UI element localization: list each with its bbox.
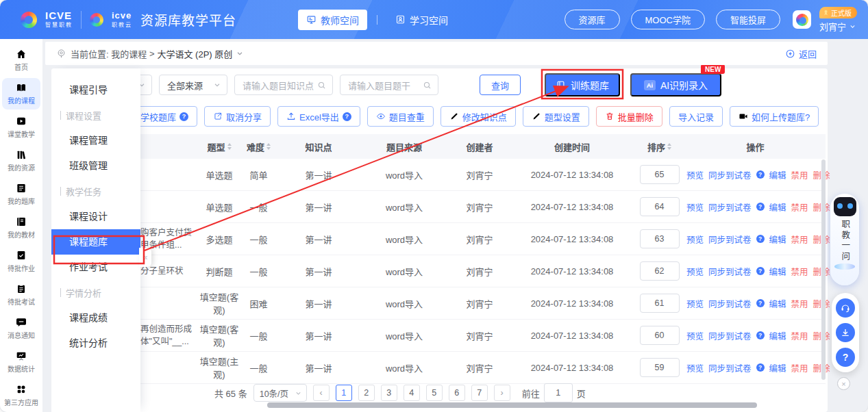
help-icon[interactable]: ?: [179, 112, 188, 121]
order-input[interactable]: 59: [640, 358, 680, 377]
page-button-5[interactable]: 5: [426, 385, 443, 401]
sidebar-item-2[interactable]: 课堂教学: [2, 112, 40, 143]
breadcrumb-course[interactable]: 大学语文 (2P) 原创: [157, 47, 232, 60]
support-button[interactable]: [836, 298, 855, 318]
sidebar-item-4[interactable]: 我的题库: [2, 179, 40, 210]
help-icon[interactable]: ?: [343, 112, 351, 121]
column-header-1[interactable]: 难度: [240, 140, 277, 153]
course-menu-item-2[interactable]: 课程管理: [51, 128, 140, 153]
action-预览[interactable]: 预览: [686, 297, 704, 310]
course-menu-item-3[interactable]: 班级管理: [51, 153, 140, 179]
course-menu-item-6[interactable]: 课程题库: [51, 229, 140, 255]
sidebar-item-10[interactable]: 第三方应用: [2, 380, 40, 411]
toolbar-button-8[interactable]: 如何上传题库?: [730, 106, 819, 127]
knowledge-search-input[interactable]: 请输入题目知识点: [234, 75, 333, 95]
search-button[interactable]: 查询: [480, 75, 521, 95]
page-button-7[interactable]: 7: [471, 385, 488, 401]
action-同步到试卷[interactable]: 同步到试卷: [708, 168, 752, 181]
header-link-2[interactable]: 智能投屏: [716, 10, 780, 29]
user-menu[interactable]: 刘宵宁: [819, 20, 856, 33]
horizontal-scrollbar[interactable]: [267, 402, 757, 408]
order-input[interactable]: 60: [640, 326, 680, 345]
course-menu-item-9[interactable]: 课程成绩: [51, 305, 140, 331]
help-button[interactable]: ?: [836, 348, 855, 367]
toolbar-button-6[interactable]: 批量删除: [596, 106, 662, 127]
breadcrumb-path[interactable]: 我的课程: [111, 47, 147, 60]
action-禁用[interactable]: 禁用: [791, 201, 808, 214]
help-icon[interactable]: ?: [756, 170, 765, 179]
action-同步到试卷[interactable]: 同步到试卷: [708, 265, 752, 278]
order-input[interactable]: 65: [640, 165, 680, 184]
sidebar-item-7[interactable]: 待批考试: [2, 279, 40, 311]
action-禁用[interactable]: 禁用: [791, 233, 808, 246]
action-编辑[interactable]: 编辑: [769, 265, 786, 278]
sidebar-item-6[interactable]: 待批作业: [2, 246, 40, 277]
action-编辑[interactable]: 编辑: [769, 233, 786, 246]
help-icon[interactable]: ?: [756, 363, 765, 372]
action-同步到试卷[interactable]: 同步到试卷: [708, 297, 752, 310]
column-header-6[interactable]: 排序: [634, 140, 685, 153]
vertical-scrollbar[interactable]: [821, 159, 826, 380]
action-编辑[interactable]: 编辑: [769, 297, 786, 310]
sidebar-item-8[interactable]: 消息通知: [2, 313, 40, 344]
action-禁用[interactable]: 禁用: [791, 361, 808, 374]
action-预览[interactable]: 预览: [686, 361, 704, 374]
course-menu-item-7[interactable]: 作业考试: [51, 255, 140, 280]
train-bank-button[interactable]: 训练题库: [545, 73, 620, 96]
order-input[interactable]: 62: [640, 261, 680, 281]
sidebar-item-0[interactable]: 首页: [2, 44, 40, 76]
page-size-select[interactable]: 10条/页: [253, 384, 307, 402]
action-禁用[interactable]: 禁用: [791, 168, 808, 181]
course-menu-item-0[interactable]: 课程引导: [51, 77, 140, 103]
collapse-menu-handle[interactable]: «: [139, 248, 151, 267]
sidebar-item-3[interactable]: 我的资源: [2, 145, 40, 177]
action-禁用[interactable]: 禁用: [791, 297, 808, 310]
toolbar-button-2[interactable]: Excel导出?: [277, 106, 360, 127]
sort-icon[interactable]: [667, 143, 671, 150]
action-预览[interactable]: 预览: [686, 168, 704, 181]
page-button-2[interactable]: 2: [358, 385, 375, 401]
help-icon[interactable]: ?: [756, 267, 765, 275]
column-header-0[interactable]: 题型: [199, 140, 240, 153]
action-同步到试卷[interactable]: 同步到试卷: [708, 361, 752, 374]
header-link-0[interactable]: 资源库: [565, 10, 620, 29]
assistant-widget[interactable]: 职教一问: [830, 194, 859, 285]
course-menu-item-5[interactable]: 课程设计: [51, 204, 140, 229]
order-input[interactable]: 63: [640, 229, 680, 248]
action-预览[interactable]: 预览: [686, 233, 704, 246]
toolbar-button-4[interactable]: 修改知识点: [441, 106, 516, 127]
help-icon[interactable]: ?: [756, 235, 765, 243]
prev-page-button[interactable]: ‹: [313, 385, 330, 401]
action-禁用[interactable]: 禁用: [791, 265, 808, 278]
action-编辑[interactable]: 编辑: [769, 361, 786, 374]
source-select[interactable]: 全部来源: [159, 75, 227, 95]
action-编辑[interactable]: 编辑: [769, 168, 786, 181]
help-icon[interactable]: ?: [756, 299, 765, 307]
sort-icon[interactable]: [266, 143, 271, 150]
tab-student-space[interactable]: 学习空间: [387, 10, 456, 30]
page-button-3[interactable]: 3: [381, 385, 397, 401]
sort-icon[interactable]: [227, 143, 232, 150]
goto-page-input[interactable]: [544, 383, 573, 402]
page-button-6[interactable]: 6: [449, 385, 465, 401]
action-同步到试卷[interactable]: 同步到试卷: [708, 233, 752, 246]
tab-teacher-space[interactable]: 教师空间: [298, 10, 367, 30]
order-input[interactable]: 64: [640, 197, 680, 216]
next-page-button[interactable]: ›: [494, 385, 510, 401]
order-input[interactable]: 61: [640, 294, 680, 313]
download-button[interactable]: [836, 323, 855, 342]
stem-search-input[interactable]: 请输入题目题干: [340, 75, 438, 95]
header-link-1[interactable]: MOOC学院: [631, 10, 705, 29]
toolbar-button-1[interactable]: 取消分享: [204, 106, 271, 127]
close-floating-button[interactable]: ×: [837, 377, 850, 390]
app-icon[interactable]: [793, 10, 811, 29]
sidebar-item-9[interactable]: 数据统计: [2, 346, 40, 378]
action-同步到试卷[interactable]: 同步到试卷: [708, 201, 752, 214]
course-dropdown-icon[interactable]: [236, 49, 244, 57]
help-icon[interactable]: ?: [756, 203, 765, 211]
sidebar-item-1[interactable]: 我的课程: [2, 78, 40, 110]
toolbar-button-7[interactable]: 导入记录: [669, 106, 723, 127]
action-编辑[interactable]: 编辑: [769, 329, 786, 342]
help-icon[interactable]: ?: [756, 331, 765, 339]
action-预览[interactable]: 预览: [686, 329, 704, 342]
